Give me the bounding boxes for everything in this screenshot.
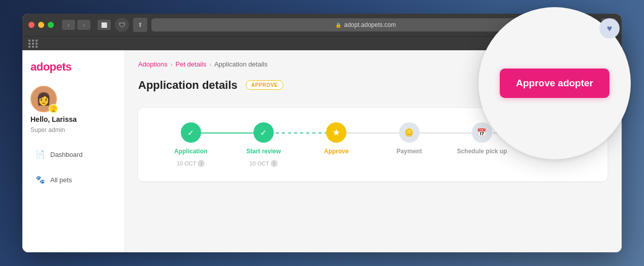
dashboard-label: Dashboard (50, 151, 83, 158)
step-circle-start-review: ✓ (253, 122, 274, 143)
sidebar-item-dashboard[interactable]: 📄 Dashboard (30, 146, 116, 163)
breadcrumb-pet-details[interactable]: Pet details (176, 60, 207, 68)
user-section: 👩 🏆 Hello, Larissa Super admin (30, 86, 116, 134)
breadcrumb-current: Application details (214, 60, 268, 68)
step-approve: ★ Approve (300, 122, 373, 160)
all-pets-label: All pets (50, 176, 72, 184)
step-circle-payment: 🪙 (399, 122, 420, 143)
maximize-button[interactable] (48, 22, 54, 28)
step-date-application: 10 OCT i (177, 160, 205, 167)
breadcrumb-sep-2: › (209, 61, 211, 68)
trophy-badge: 🏆 (49, 104, 58, 113)
info-icon-application: i (198, 160, 205, 167)
avatar-wrap: 👩 🏆 (30, 86, 57, 112)
upload-icon: ⬆ (133, 18, 147, 32)
breadcrumb-sep-1: › (171, 61, 173, 68)
sidebar-item-all-pets[interactable]: 🐾 All pets (30, 171, 116, 188)
step-label-payment: Payment (397, 148, 422, 155)
close-button[interactable] (28, 22, 35, 28)
step-label-schedule: Schedule pick up (457, 148, 507, 155)
heart-circle-icon: ♥ (599, 18, 620, 39)
step-circle-application: ✓ (181, 122, 201, 143)
traffic-lights (28, 22, 54, 28)
sidebar: adopets 👩 🏆 Hello, Larissa Super admin 📄… (22, 50, 124, 252)
shield-icon: 🛡 (115, 18, 129, 32)
step-payment: 🪙 Payment (373, 122, 445, 160)
step-circle-schedule: 📅 (472, 122, 492, 143)
step-label-start-review: Start review (246, 148, 281, 155)
user-role: Super admin (30, 126, 65, 134)
breadcrumb-adoptions[interactable]: Adoptions (138, 60, 168, 68)
nav-arrows: ‹ › (62, 20, 90, 30)
approve-adopter-button[interactable]: Approve adopter (500, 69, 609, 98)
user-name: Hello, Larissa (30, 115, 77, 123)
page-title: Application details (138, 79, 238, 92)
paw-icon: 🐾 (36, 175, 45, 184)
step-date-start-review: 10 OCT i (249, 160, 278, 167)
dashboard-icon: 📄 (36, 150, 45, 159)
logo: adopets (30, 60, 116, 74)
step-label-approve: Approve (324, 148, 349, 155)
info-icon-start-review: i (271, 160, 278, 167)
step-start-review: ✓ Start review 10 OCT i (227, 122, 300, 167)
back-button[interactable]: ‹ (62, 20, 75, 30)
forward-button[interactable]: › (77, 20, 90, 30)
minimize-button[interactable] (38, 22, 44, 28)
step-label-application: Application (174, 148, 207, 155)
spotlight-circle: ♥ Approve adopter (478, 7, 631, 159)
step-circle-approve: ★ (326, 122, 346, 143)
step-application: ✓ Application 10 OCT i (154, 122, 227, 167)
url-text: adopt.adopets.com (344, 21, 396, 28)
tab-icon: ⬜ (98, 20, 111, 30)
grid-dots-icon (28, 40, 38, 48)
approve-badge: APPROVE (246, 80, 283, 90)
lock-icon: 🔒 (335, 22, 341, 28)
